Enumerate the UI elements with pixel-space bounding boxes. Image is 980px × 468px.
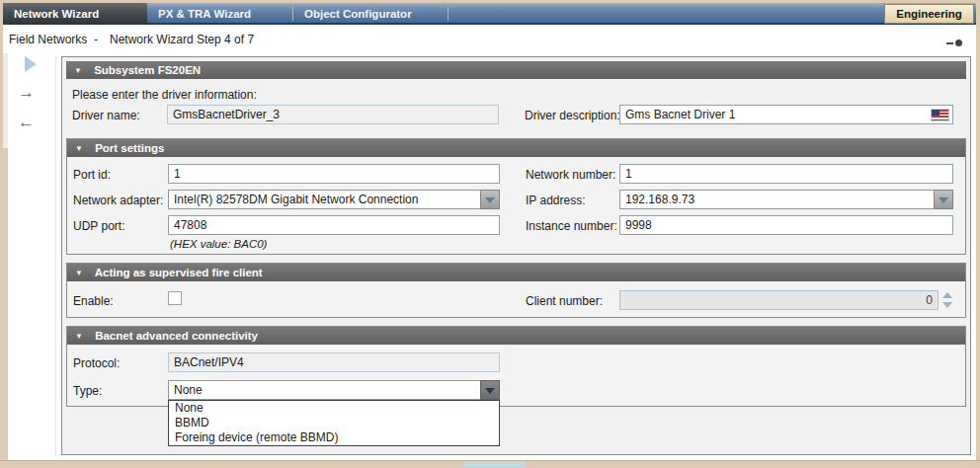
tab-divider <box>448 7 449 21</box>
section-title: Port settings <box>95 142 164 154</box>
client-number-label: Client number: <box>526 294 603 308</box>
driver-instruction-text: Please enter the driver information: <box>72 88 257 102</box>
protocol-label: Protocol: <box>73 356 120 370</box>
driver-name-label: Driver name: <box>72 109 140 122</box>
run-wizard-icon[interactable] <box>25 56 37 72</box>
enable-checkbox[interactable] <box>168 291 182 305</box>
collapse-icon: ▼ <box>75 332 83 341</box>
collapse-icon: ▼ <box>74 66 82 75</box>
back-arrow-icon[interactable]: ← <box>18 115 35 130</box>
horizontal-scrollbar-thumb[interactable] <box>464 461 526 467</box>
bacnet-group: ▼ Bacnet advanced connectivity Protocol:… <box>66 326 966 407</box>
spin-up-icon[interactable] <box>942 292 952 298</box>
window-frame-left-inner <box>3 53 8 148</box>
section-title: Subsystem FS20EN <box>94 64 201 76</box>
port-settings-group: ▼ Port settings Port id: 1 Network numbe… <box>66 138 966 255</box>
section-header-fire-client[interactable]: ▼ Acting as supervised fire client <box>67 264 965 281</box>
protocol-field[interactable]: BACnet/IPV4 <box>168 352 500 372</box>
ip-address-combobox[interactable]: 192.168.9.73 <box>619 190 953 209</box>
breadcrumb-separator: - <box>94 27 98 53</box>
instance-number-field[interactable]: 9998 <box>619 215 953 235</box>
port-id-label: Port id: <box>73 168 111 182</box>
instance-number-label: Instance number: <box>526 219 617 233</box>
tab-label: Network Wizard <box>14 8 99 20</box>
collapse-icon: ▼ <box>75 144 83 153</box>
udp-port-field[interactable]: 47808 <box>168 215 500 235</box>
fire-client-group: ▼ Acting as supervised fire client Enabl… <box>66 263 966 318</box>
window-frame-right <box>976 0 980 468</box>
section-header-port-settings[interactable]: ▼ Port settings <box>67 139 965 157</box>
ip-address-label: IP address: <box>526 194 585 207</box>
tab-bar: Network Wizard PX & TRA Wizard Object Co… <box>3 3 976 25</box>
section-title: Bacnet advanced connectivity <box>95 330 258 342</box>
breadcrumb-step: Network Wizard Step 4 of 7 <box>110 27 254 53</box>
section-title: Acting as supervised fire client <box>95 267 263 278</box>
chevron-down-icon[interactable] <box>480 190 500 209</box>
udp-port-hex-hint: (HEX value: BAC0) <box>170 238 267 250</box>
tab-label: Object Configurator <box>304 8 412 20</box>
network-number-field[interactable]: 1 <box>619 164 953 184</box>
network-adapter-combobox[interactable]: Intel(R) 82578DM Gigabit Network Connect… <box>168 190 500 209</box>
type-combobox[interactable]: None <box>168 380 500 400</box>
enable-label: Enable: <box>73 294 114 308</box>
network-adapter-label: Network adapter: <box>73 194 163 207</box>
breadcrumb-context[interactable]: Field Networks <box>9 27 87 53</box>
toolbar-divider <box>55 55 56 456</box>
driver-description-label: Driver description: <box>525 109 620 122</box>
breadcrumb: Field Networks - Network Wizard Step 4 o… <box>3 27 976 53</box>
type-dropdown-list: None BBMD Foreing device (remote BBMD) <box>168 400 500 446</box>
driver-name-field[interactable]: GmsBacnetDriver_3 <box>167 105 499 124</box>
dropdown-option-none[interactable]: None <box>169 401 499 416</box>
wizard-panel: ▼ Subsystem FS20EN Please enter the driv… <box>61 56 971 455</box>
tab-network-wizard[interactable]: Network Wizard <box>3 3 147 25</box>
dropdown-option-bbmd[interactable]: BBMD <box>169 416 499 430</box>
forward-arrow-icon[interactable]: → <box>18 85 35 101</box>
udp-port-label: UDP port: <box>73 219 124 233</box>
network-number-label: Network number: <box>526 168 615 182</box>
driver-description-field[interactable]: Gms Bacnet Driver 1 <box>619 105 953 124</box>
us-flag-icon <box>932 110 948 120</box>
chevron-down-icon[interactable] <box>480 380 500 400</box>
spin-down-icon[interactable] <box>942 302 952 308</box>
tab-px-tra-wizard[interactable]: PX & TRA Wizard <box>147 3 292 25</box>
pin-icon[interactable] <box>946 39 962 46</box>
tab-label: PX & TRA Wizard <box>158 8 251 20</box>
port-id-field[interactable]: 1 <box>168 164 500 184</box>
type-label: Type: <box>73 384 102 398</box>
collapse-icon: ▼ <box>75 269 83 277</box>
tab-object-configurator[interactable]: Object Configurator <box>293 3 449 25</box>
dropdown-option-foreign-device[interactable]: Foreing device (remote BBMD) <box>169 430 499 445</box>
window-frame-left-inner-lower <box>3 148 8 460</box>
section-header-bacnet[interactable]: ▼ Bacnet advanced connectivity <box>67 327 965 345</box>
application-window: Network Wizard PX & TRA Wizard Object Co… <box>0 0 980 468</box>
engineering-mode-button[interactable]: Engineering <box>884 4 974 24</box>
chevron-down-icon[interactable] <box>934 190 953 209</box>
spinner-arrows[interactable] <box>941 290 953 310</box>
client-number-spinner[interactable]: 0 <box>619 290 939 310</box>
section-header-subsystem[interactable]: ▼ Subsystem FS20EN <box>66 61 966 79</box>
